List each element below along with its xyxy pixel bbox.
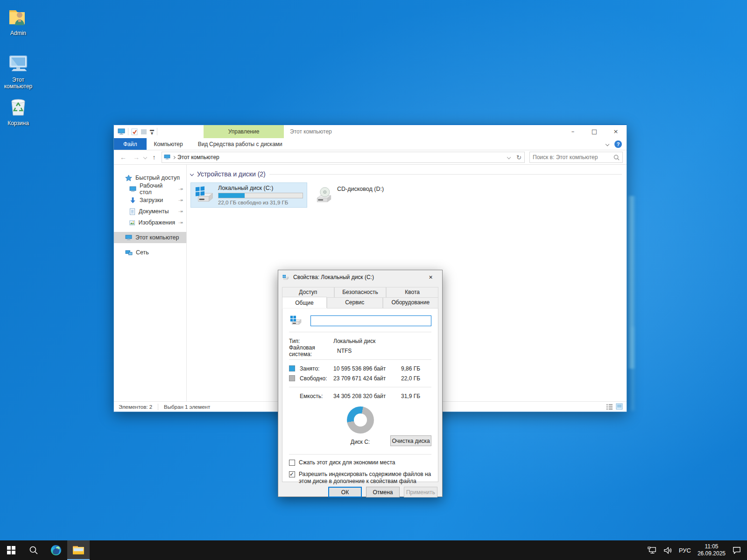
dialog-close-button[interactable]: × [420,271,441,284]
contextual-tab-header[interactable]: Управление [204,125,284,138]
system-tray: РУС 11:05 26.09.2025 [648,540,747,560]
forward-icon[interactable]: → [131,154,142,161]
help-icon[interactable]: ? [614,140,622,148]
details-view-icon[interactable] [606,403,613,410]
capacity-size: 31,9 ГБ [401,393,420,399]
sidebar-item-downloads[interactable]: Загрузки 📌︎ [114,195,186,206]
action-center-icon[interactable] [732,546,741,554]
disk-cleanup-button[interactable]: Очистка диска [390,435,431,446]
type-value: Локальный диск [333,338,375,344]
windows-logo-icon [7,546,15,554]
taskbar-search-button[interactable] [22,540,45,560]
tab-quota[interactable]: Квота [386,287,438,297]
large-icons-view-icon[interactable] [616,403,623,410]
tab-access[interactable]: Доступ [282,287,334,297]
used-bytes: 10 595 536 896 байт [333,365,401,372]
desktop-icon-this-pc[interactable]: Этот компьютер [0,52,36,90]
recent-locations-icon[interactable] [143,155,147,159]
cancel-button[interactable]: Отмена [366,487,400,497]
dialog-title: Свойства: Локальный диск (C:) [293,274,416,280]
properties-icon[interactable] [131,128,138,135]
hdd-icon [194,185,215,205]
tab-tools[interactable]: Сервис [327,297,383,308]
tab-hardware[interactable]: Оборудование [383,297,439,308]
desktop-icon-label: Admin [0,30,36,36]
sidebar-item-desktop[interactable]: Рабочий стол 📌︎ [114,183,186,195]
volume-tray-icon[interactable] [663,546,672,554]
drive-tile-d[interactable]: CD-дисковод (D:) [311,182,428,208]
sidebar-item-documents[interactable]: Документы 📌︎ [114,206,186,217]
ok-button[interactable]: ОК [328,487,362,497]
capacity-label: Емкость: [300,393,333,399]
group-header[interactable]: Устройства и диски (2) [190,170,627,178]
tab-security[interactable]: Безопасность [334,287,387,297]
minimize-button[interactable]: – [562,124,584,138]
separator [289,332,431,332]
ribbon-collapse-icon[interactable] [606,142,609,146]
sidebar-item-label: Документы [139,208,175,215]
document-icon [129,208,135,215]
up-icon[interactable]: ↑ [148,154,160,161]
properties-dialog: Свойства: Локальный диск (C:) × Доступ Б… [278,270,443,497]
volume-label-input[interactable] [310,315,431,326]
drive-name: CD-дисковод (D:) [337,186,425,192]
address-dropdown-icon[interactable] [507,155,511,159]
explorer-titlebar[interactable]: ▬▼ Управление Этот компьютер – □ × [114,125,627,138]
compress-checkbox-label: Сжать этот диск для экономии места [299,459,395,466]
this-pc-icon[interactable] [118,128,125,135]
search-icon [29,546,38,555]
sidebar-item-quick-access[interactable]: Быстрый доступ [114,172,186,183]
divider [128,128,128,135]
capacity-bar [218,193,303,198]
sidebar-item-pictures[interactable]: Изображения 📌︎ [114,217,186,228]
close-button[interactable]: × [605,124,627,138]
back-icon[interactable]: ← [118,154,129,161]
drive-tile-c[interactable]: Локальный диск (C:) 22,0 ГБ свободно из … [190,182,307,208]
group-collapse-icon[interactable] [190,172,194,176]
desktop-icon-recycle-bin[interactable]: Корзина [0,96,36,126]
search-placeholder: Поиск в: Этот компьютер [533,154,613,161]
search-icon[interactable] [613,154,620,161]
start-button[interactable] [0,540,22,560]
address-bar: ← → ↑ Этот компьютер ↻ Поиск в: Этот ком… [114,150,627,165]
compress-checkbox-row[interactable]: Сжать этот диск для экономии места [289,459,431,466]
breadcrumb[interactable]: Этот компьютер ↻ [162,152,525,163]
apply-button[interactable]: Применить [404,487,437,497]
taskbar-edge-button[interactable] [45,540,67,560]
divider [158,404,158,410]
wallpaper-light-streak [630,327,635,411]
breadcrumb-location[interactable]: Этот компьютер [177,154,219,161]
sidebar-item-label: Этот компьютер [135,234,183,241]
tab-disk-tools[interactable]: Средства работы с дисками [204,138,288,150]
desktop-icon-admin[interactable]: Admin [0,6,36,36]
tab-file[interactable]: Файл [114,138,147,150]
group-header-rule [269,174,622,175]
taskbar-clock[interactable]: 11:05 26.09.2025 [698,543,726,557]
sidebar-item-network[interactable]: Сеть [114,247,186,258]
index-checkbox-label: Разрешить индексировать содержимое файло… [299,471,431,485]
new-folder-icon[interactable] [141,128,147,135]
search-input[interactable]: Поиск в: Этот компьютер [529,152,623,163]
taskbar-explorer-button[interactable] [67,540,90,560]
sidebar-item-label: Изображения [138,219,175,226]
network-tray-icon[interactable] [648,546,657,554]
maximize-button[interactable]: □ [584,124,605,138]
drive-free-space: 22,0 ГБ свободно из 31,9 ГБ [218,200,304,205]
sidebar-item-label: Быстрый доступ [135,175,183,181]
tab-general[interactable]: Общие [282,297,327,308]
language-indicator[interactable]: РУС [679,547,691,554]
sidebar-item-label: Сеть [136,249,183,256]
free-legend-swatch [289,375,295,381]
index-checkbox-row[interactable]: Разрешить индексировать содержимое файло… [289,471,431,485]
refresh-icon[interactable]: ↻ [516,154,521,161]
customize-qat-icon[interactable]: ▬▼ [150,128,154,135]
used-label: Занято: [300,365,333,372]
index-checkbox[interactable] [289,471,295,477]
compress-checkbox[interactable] [289,460,295,466]
this-pc-icon [164,154,170,160]
separator [289,454,431,455]
dialog-titlebar[interactable]: Свойства: Локальный диск (C:) × [278,270,442,284]
sidebar-item-this-pc[interactable]: Этот компьютер [114,232,186,243]
free-label: Свободно: [300,375,333,382]
tab-computer[interactable]: Компьютер [147,138,190,150]
